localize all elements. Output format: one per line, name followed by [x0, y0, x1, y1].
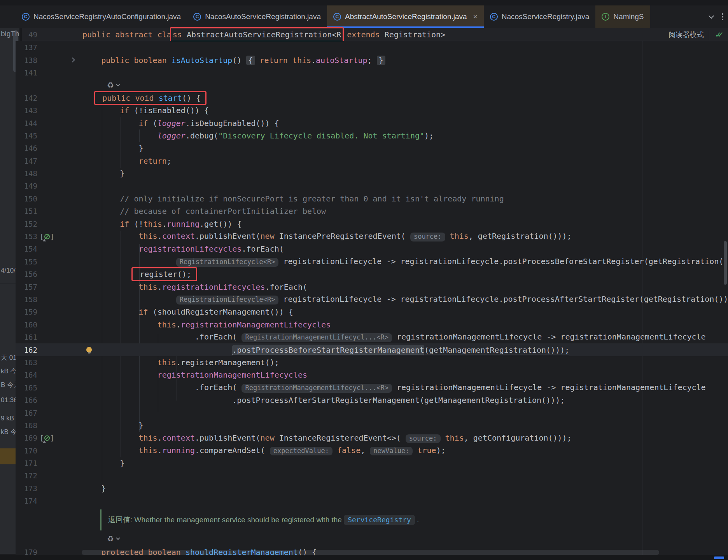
code-text[interactable]: if (shouldRegisterManagement()) {: [82, 307, 293, 317]
tab-close-icon[interactable]: ×: [473, 12, 478, 21]
marker-chevron-icon[interactable]: [116, 83, 120, 87]
code-text[interactable]: public boolean isAutoStartup() { return …: [82, 56, 385, 65]
code-line-147[interactable]: 147return;: [16, 155, 728, 167]
code-line-161[interactable]: 161.forEach( RegistrationManagementLifec…: [16, 331, 728, 343]
rendered-doc-toggle[interactable]: ♻: [107, 81, 119, 89]
code-segment: this: [450, 231, 469, 241]
code-segment: .postProcessBeforeStartRegisterManagemen…: [232, 345, 424, 355]
code-text[interactable]: this.context.publishEvent(new InstancePr…: [82, 231, 572, 242]
code-line-165[interactable]: 165.forEach( RegistrationManagementLifec…: [16, 382, 728, 394]
code-text[interactable]: return;: [82, 156, 172, 166]
tab-nacosautoserviceregistration-java[interactable]: CNacosAutoServiceRegistration.java: [187, 5, 327, 28]
code-text[interactable]: registrationLifecycles.forEach(: [82, 244, 284, 254]
vertical-scrollbar-thumb[interactable]: [724, 241, 727, 285]
code-line-163[interactable]: 163this.registerManagement();: [16, 356, 728, 369]
line-number: 137: [16, 43, 37, 52]
code-text[interactable]: }: [82, 421, 144, 430]
code-line-167[interactable]: 167: [16, 406, 728, 419]
code-segment: this: [158, 358, 176, 367]
code-text[interactable]: logger.debug("Discovery Lifecycle disabl…: [82, 131, 434, 140]
code-line-145[interactable]: 145logger.debug("Discovery Lifecycle dis…: [16, 130, 728, 142]
code-line-141[interactable]: 141: [16, 66, 728, 79]
tab-namings[interactable]: INamingS: [595, 5, 650, 28]
code-text[interactable]: // only initialize if nonSecurePort is g…: [82, 194, 504, 203]
code-text[interactable]: // because of containerPortInitializer b…: [82, 206, 326, 216]
inlay-hint: source:: [410, 233, 445, 242]
tab-overflow-chevron-icon[interactable]: [709, 13, 714, 19]
code-text[interactable]: .forEach( RegistrationManagementLifecycl…: [82, 383, 706, 393]
code-line-172[interactable]: 172: [16, 469, 728, 482]
sticky-class-header[interactable]: 49 public abstract class AbstractAutoSer…: [16, 28, 728, 41]
code-text[interactable]: RegistrationLifecycle<R> registrationLif…: [82, 294, 728, 304]
code-line-146[interactable]: 146}: [16, 142, 728, 154]
code-line-144[interactable]: 144if (logger.isDebugEnabled()) {: [16, 117, 728, 129]
code-line-170[interactable]: 170this.running.compareAndSet( expectedV…: [16, 444, 728, 457]
code-text[interactable]: this.registrationLifecycles.forEach(: [82, 282, 307, 292]
horizontal-scrollbar-thumb[interactable]: [82, 550, 659, 555]
code-editor[interactable]: 137138public boolean isAutoStartup() { r…: [16, 41, 728, 560]
reader-mode-label[interactable]: 阅读器模式: [668, 30, 704, 39]
inspections-ok-check-icon[interactable]: ✓✓: [715, 30, 725, 39]
code-segment: [255, 56, 260, 65]
code-line-137[interactable]: 137: [16, 41, 728, 54]
code-line-174[interactable]: 174: [16, 495, 728, 507]
code-line-160[interactable]: 160this.registrationManagementLifecycles: [16, 318, 728, 331]
code-line-156[interactable]: 156register();: [16, 268, 728, 280]
code-line-171[interactable]: 171}: [16, 457, 728, 469]
override-marker-icon[interactable]: ♻: [107, 535, 114, 542]
code-line-154[interactable]: 154registrationLifecycles.forEach(: [16, 243, 728, 255]
code-line-158[interactable]: 158RegistrationLifecycle<R> registration…: [16, 293, 728, 306]
code-line-166[interactable]: 166.postProcessAfterStartRegisterManagem…: [16, 394, 728, 406]
code-line-164[interactable]: 164registrationManagementLifecycles: [16, 369, 728, 381]
code-text[interactable]: if (!isEnabled()) {: [82, 106, 209, 115]
intention-bulb-icon[interactable]: [86, 346, 92, 352]
code-segment: logger: [158, 131, 186, 140]
event-publisher-gutter-icon[interactable]: []: [40, 434, 54, 442]
code-line-173[interactable]: 173}: [16, 482, 728, 495]
code-line-150[interactable]: 150// only initialize if nonSecurePort i…: [16, 192, 728, 205]
code-text[interactable]: registrationManagementLifecycles: [82, 370, 307, 380]
code-line-143[interactable]: 143if (!isEnabled()) {: [16, 104, 728, 117]
code-line-138[interactable]: 138public boolean isAutoStartup() { retu…: [16, 54, 728, 66]
marker-chevron-icon[interactable]: [116, 536, 120, 540]
code-text[interactable]: .forEach( RegistrationManagementLifecycl…: [82, 332, 706, 342]
code-line-149[interactable]: 149: [16, 180, 728, 192]
code-text[interactable]: }: [82, 484, 106, 493]
code-line-142[interactable]: 142public void start() {: [16, 92, 728, 104]
code-line-162[interactable]: 162.postProcessBeforeStartRegisterManage…: [16, 343, 728, 356]
code-line-152[interactable]: 152if (!this.running.get()) {: [16, 217, 728, 230]
code-line-155[interactable]: 155RegistrationLifecycle<R> registration…: [16, 256, 728, 268]
code-line-157[interactable]: 157this.registrationLifecycles.forEach(: [16, 280, 728, 293]
code-text[interactable]: this.registrationManagementLifecycles: [82, 320, 331, 329]
code-text[interactable]: this.running.compareAndSet( expectedValu…: [82, 446, 446, 456]
code-text[interactable]: .postProcessAfterStartRegisterManagement…: [82, 396, 565, 405]
code-line-159[interactable]: 159if (shouldRegisterManagement()) {: [16, 306, 728, 318]
code-text[interactable]: this.context.publishEvent(new InstanceRe…: [82, 433, 572, 443]
tab-options-kebab-icon[interactable]: [722, 13, 723, 20]
code-line-168[interactable]: 168}: [16, 419, 728, 432]
code-text[interactable]: if (!this.running.get()) {: [82, 219, 242, 229]
code-text[interactable]: .postProcessBeforeStartRegisterManagemen…: [82, 345, 569, 355]
code-text[interactable]: }: [82, 144, 144, 153]
code-text[interactable]: public void start() {: [82, 92, 202, 104]
doc-code-reference[interactable]: ServiceRegistry: [344, 515, 415, 525]
tab-label: NacosServiceRegistry.java: [502, 12, 590, 21]
code-text[interactable]: }: [82, 169, 124, 178]
tab-abstractautoserviceregistration-java[interactable]: CAbstractAutoServiceRegistration.java×: [327, 5, 484, 28]
code-line-153[interactable]: 153[]this.context.publishEvent(new Insta…: [16, 230, 728, 243]
code-text[interactable]: this.registerManagement();: [82, 358, 279, 367]
code-text[interactable]: register();: [82, 268, 192, 280]
override-marker-icon[interactable]: ♻: [107, 81, 114, 89]
code-text[interactable]: RegistrationLifecycle<R> registrationLif…: [82, 257, 728, 267]
event-publisher-gutter-icon[interactable]: []: [40, 233, 54, 241]
code-text[interactable]: }: [82, 458, 124, 468]
fold-chevron-icon[interactable]: [70, 57, 75, 62]
tab-nacosserviceregistryautoconfiguration-java[interactable]: CNacosServiceRegistryAutoConfiguration.j…: [16, 5, 187, 28]
code-segment: new: [261, 433, 279, 443]
code-line-151[interactable]: 151// because of containerPortInitialize…: [16, 205, 728, 217]
code-line-148[interactable]: 148}: [16, 167, 728, 180]
code-line-169[interactable]: 169[]this.context.publishEvent(new Insta…: [16, 432, 728, 444]
tab-nacosserviceregistry-java[interactable]: CNacosServiceRegistry.java: [484, 5, 596, 28]
code-text[interactable]: if (logger.isDebugEnabled()) {: [82, 119, 279, 128]
rendered-doc-toggle[interactable]: ♻: [107, 535, 119, 542]
